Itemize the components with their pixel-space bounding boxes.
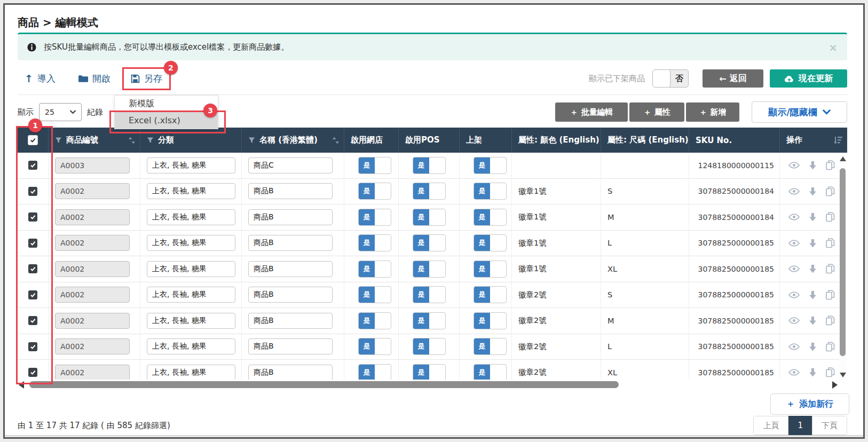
header-attr-color[interactable]: 屬性: 顏色 (English) (512, 128, 601, 153)
pos-toggle[interactable]: 是 (413, 286, 446, 303)
category-input[interactable] (147, 209, 235, 225)
download-arrow-icon[interactable] (809, 290, 817, 299)
scroll-right-arrow[interactable] (832, 381, 838, 389)
shelf-toggle[interactable]: 是 (474, 209, 507, 226)
name-input[interactable] (248, 209, 333, 225)
header-category[interactable]: 分類 (140, 128, 242, 153)
name-input[interactable] (248, 183, 333, 199)
batch-edit-button[interactable]: ＋ 批量編輯 (555, 102, 628, 122)
header-shelf[interactable]: 上架 (460, 128, 512, 153)
category-input[interactable] (147, 157, 235, 173)
scroll-left-arrow[interactable] (19, 381, 24, 389)
row-checkbox[interactable] (28, 264, 37, 273)
vertical-scrollbar[interactable] (839, 155, 847, 378)
web-store-toggle[interactable]: 是 (358, 364, 391, 380)
add-new-row-button[interactable]: ＋ 添加新行 (770, 393, 849, 415)
category-input[interactable] (147, 261, 235, 277)
filter-icon[interactable] (55, 137, 62, 144)
download-arrow-icon[interactable] (809, 239, 817, 248)
eye-icon[interactable] (788, 291, 800, 298)
download-arrow-icon[interactable] (809, 264, 817, 273)
header-name[interactable]: 名稱 (香港繁體) (242, 128, 344, 153)
name-input[interactable] (248, 157, 333, 173)
pos-toggle[interactable]: 是 (413, 234, 446, 251)
product-code-input[interactable] (55, 157, 130, 173)
eye-icon[interactable] (788, 240, 800, 247)
sort-icon[interactable] (332, 136, 340, 145)
product-code-input[interactable] (55, 313, 130, 329)
header-web-store[interactable]: 啟用網店 (344, 128, 399, 153)
sort-icon[interactable] (128, 136, 136, 145)
eye-icon[interactable] (788, 188, 800, 195)
web-store-toggle[interactable]: 是 (358, 157, 391, 174)
row-checkbox[interactable] (28, 187, 37, 196)
filter-icon[interactable] (147, 137, 154, 144)
web-store-toggle[interactable]: 是 (358, 183, 391, 200)
download-arrow-icon[interactable] (809, 212, 817, 222)
name-input[interactable] (248, 235, 333, 251)
duplicate-icon[interactable] (826, 160, 835, 170)
header-sku[interactable]: SKU No. (689, 128, 780, 153)
duplicate-icon[interactable] (826, 264, 835, 274)
scroll-up-arrow[interactable] (840, 156, 846, 161)
duplicate-icon[interactable] (826, 238, 835, 248)
vertical-scroll-thumb[interactable] (840, 168, 846, 356)
category-input[interactable] (147, 183, 235, 199)
pos-toggle[interactable]: 是 (413, 338, 446, 355)
row-checkbox[interactable] (28, 316, 37, 325)
next-page-button[interactable]: 下頁 (812, 416, 847, 435)
row-checkbox[interactable] (28, 368, 37, 377)
eye-icon[interactable] (788, 317, 800, 324)
download-arrow-icon[interactable] (809, 368, 817, 377)
scroll-down-arrow[interactable] (840, 373, 846, 377)
product-code-input[interactable] (55, 365, 130, 380)
header-product-code[interactable]: 商品編號 (49, 128, 140, 153)
product-code-input[interactable] (55, 183, 130, 199)
filter-icon[interactable] (248, 137, 255, 144)
add-button[interactable]: ＋ 新增 (686, 102, 739, 122)
web-store-toggle[interactable]: 是 (358, 286, 391, 303)
header-attr-size[interactable]: 屬性: 尺碼 (English) (601, 128, 689, 153)
save-as-button[interactable]: 另存 (131, 73, 162, 85)
download-arrow-icon[interactable] (809, 161, 817, 170)
shelf-toggle[interactable]: 是 (474, 183, 507, 200)
duplicate-icon[interactable] (826, 212, 835, 222)
shelf-toggle[interactable]: 是 (474, 261, 507, 278)
horizontal-scrollbar[interactable] (18, 380, 847, 390)
web-store-toggle[interactable]: 是 (358, 234, 391, 251)
row-checkbox[interactable] (28, 161, 37, 170)
eye-icon[interactable] (788, 265, 800, 272)
pos-toggle[interactable]: 是 (413, 261, 446, 278)
download-arrow-icon[interactable] (809, 342, 817, 351)
shelf-toggle[interactable]: 是 (474, 157, 507, 174)
duplicate-icon[interactable] (826, 186, 835, 196)
import-button[interactable]: ↑ 導入 (25, 73, 56, 85)
duplicate-icon[interactable] (826, 315, 835, 326)
shelf-toggle[interactable]: 是 (474, 338, 507, 355)
name-input[interactable] (248, 313, 333, 329)
eye-icon[interactable] (788, 343, 800, 350)
row-checkbox[interactable] (28, 342, 37, 351)
open-button[interactable]: 開啟 (78, 73, 111, 85)
close-icon[interactable]: × (828, 42, 838, 53)
web-store-toggle[interactable]: 是 (358, 261, 391, 278)
name-input[interactable] (248, 287, 333, 303)
download-arrow-icon[interactable] (809, 187, 817, 196)
category-input[interactable] (147, 313, 235, 329)
eye-icon[interactable] (788, 162, 800, 169)
web-store-toggle[interactable]: 是 (358, 209, 391, 226)
row-checkbox[interactable] (28, 212, 37, 222)
shelf-toggle[interactable]: 是 (474, 364, 507, 380)
pos-toggle[interactable]: 是 (413, 209, 446, 226)
update-now-button[interactable]: 現在更新 (770, 69, 847, 88)
offshelf-toggle[interactable]: 否 (652, 69, 689, 88)
product-code-input[interactable] (55, 338, 130, 354)
sort-amount-icon[interactable] (833, 136, 843, 145)
show-hide-columns-button[interactable]: 顯示/隱藏欄 (752, 101, 847, 123)
product-code-input[interactable] (55, 287, 130, 303)
shelf-toggle[interactable]: 是 (474, 286, 507, 303)
eye-icon[interactable] (788, 369, 800, 376)
web-store-toggle[interactable]: 是 (358, 312, 391, 329)
product-code-input[interactable] (55, 261, 130, 277)
category-input[interactable] (147, 235, 235, 251)
